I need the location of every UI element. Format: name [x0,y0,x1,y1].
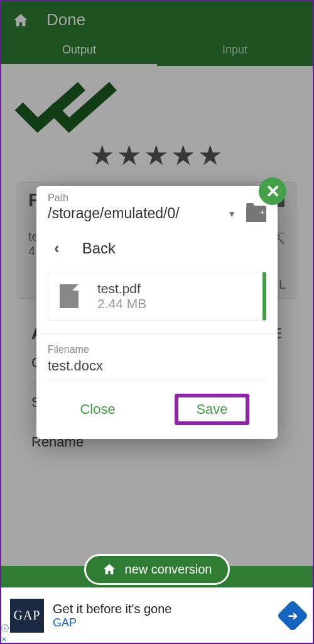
close-button[interactable]: Close [65,394,130,425]
page-title: Done [46,10,85,30]
path-value[interactable]: /storage/emulated/0/ [48,205,222,222]
filename-label: Filename [48,344,266,355]
double-check-icon [13,81,301,135]
save-dialog: ✕ Path /storage/emulated/0/ ▼ + ‹ Back t… [36,186,278,439]
file-item[interactable]: test.pdf 2.44 MB [48,272,266,321]
new-conversion-bar: new conversion [1,551,313,587]
home-icon[interactable] [13,12,29,28]
home-icon [102,562,116,576]
file-size: 2.44 MB [97,296,146,311]
new-conversion-button[interactable]: new conversion [84,554,230,585]
ad-title: Get it before it's gone [53,602,281,616]
tab-output[interactable]: Output [1,35,157,66]
ad-banner[interactable]: ⓘ ✕ GAP Get it before it's gone GAP ➜ [1,587,313,643]
path-label: Path [48,192,266,204]
tab-input[interactable]: Input [157,35,313,66]
new-folder-icon[interactable]: + [246,206,266,222]
ad-close-icon[interactable]: ✕ [1,636,6,643]
back-label: Back [82,240,116,257]
ad-logo: GAP [10,599,44,633]
app-bar: Done Output Input [1,1,313,66]
ad-info-icon[interactable]: ⓘ [1,623,9,634]
back-button[interactable]: ‹ Back [48,238,266,258]
file-icon [60,284,78,308]
dialog-close-icon[interactable]: ✕ [259,177,286,205]
file-name: test.pdf [97,281,146,296]
dropdown-icon[interactable]: ▼ [227,209,236,219]
ad-brand: GAP [53,616,281,630]
chevron-left-icon: ‹ [54,238,60,258]
filename-input[interactable] [48,355,266,381]
directions-icon[interactable]: ➜ [277,599,309,631]
new-conversion-label: new conversion [125,562,212,577]
rating-stars[interactable]: ★★★★★ [13,139,301,171]
save-button[interactable]: Save [175,394,249,425]
